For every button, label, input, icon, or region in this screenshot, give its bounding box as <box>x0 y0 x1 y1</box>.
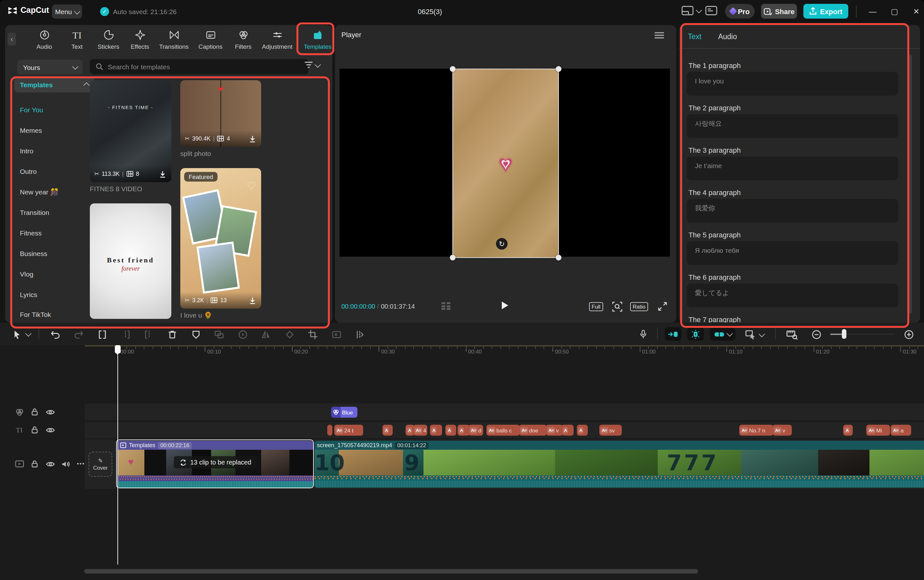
rotate-handle-icon[interactable]: ↻ <box>496 238 507 250</box>
eye-icon[interactable] <box>45 459 55 469</box>
fullscreen-icon[interactable] <box>658 302 667 311</box>
template-card-3[interactable]: ♡Featured✂3.2K|13 <box>180 168 261 309</box>
timeline-scrollbar[interactable] <box>84 569 698 573</box>
lock-icon[interactable] <box>30 425 40 435</box>
full-button[interactable]: Full <box>589 302 603 311</box>
share-button[interactable]: Share <box>761 4 797 19</box>
lock-icon[interactable] <box>30 459 40 469</box>
highlight-toggle[interactable] <box>687 327 704 341</box>
sidebar-item-fitness[interactable]: Fitness <box>14 225 89 241</box>
overlap-icon[interactable] <box>213 328 226 341</box>
text-clip[interactable]: A <box>577 425 588 436</box>
tab-audio[interactable]: Audio <box>718 33 737 40</box>
sidebar-item-vlog[interactable]: Vlog <box>14 266 89 282</box>
text-clip[interactable]: A <box>382 425 393 436</box>
text-clip[interactable]: A≡Mi <box>866 425 890 436</box>
download-icon[interactable] <box>248 296 257 305</box>
mirror-icon[interactable] <box>260 328 272 341</box>
text-clip[interactable]: A <box>458 425 470 436</box>
tool-templates[interactable]: Templates <box>301 28 333 50</box>
sidebar-item-templates[interactable]: Templates <box>14 77 94 92</box>
clip-track-icon[interactable] <box>14 459 25 469</box>
layout-select-button[interactable] <box>682 6 701 15</box>
notes-panel-button[interactable] <box>705 6 717 15</box>
zoom-in-icon[interactable] <box>902 328 915 341</box>
sidebar-item-business[interactable]: Business <box>14 246 89 261</box>
delete-icon[interactable] <box>166 328 179 341</box>
sidebar-item-transition[interactable]: Transition <box>14 205 89 220</box>
paragraph-input-5[interactable]: Я люблю тебя <box>687 241 898 265</box>
collapse-panel-button[interactable]: ‹ <box>8 33 16 46</box>
rotate-icon[interactable] <box>283 328 296 341</box>
split-left-icon[interactable] <box>119 328 132 341</box>
text-clip[interactable]: A≡sv <box>600 425 622 436</box>
caption-delete-icon[interactable] <box>330 328 343 341</box>
text-clip[interactable]: A≡v <box>772 425 792 436</box>
preview-media[interactable]: ♥♥♥ <box>452 69 559 258</box>
download-icon[interactable] <box>248 134 257 143</box>
paragraph-input-2[interactable]: 사랑해요 <box>687 114 898 138</box>
rings-icon[interactable] <box>14 407 25 417</box>
tool-effects[interactable]: Effects <box>124 28 156 50</box>
text-clip[interactable]: A <box>843 425 853 436</box>
player-menu-icon[interactable] <box>654 32 664 40</box>
microphone-icon[interactable] <box>637 328 649 341</box>
link-toggle[interactable] <box>710 327 735 341</box>
tool-audio[interactable]: Audio <box>28 28 60 50</box>
selection-handle[interactable] <box>450 255 456 260</box>
sidebar-item-memes[interactable]: Memes <box>14 122 89 138</box>
text-clip[interactable]: A≡doe <box>519 425 547 436</box>
zoom-out-icon[interactable] <box>810 328 823 341</box>
split-icon[interactable] <box>96 328 109 341</box>
zoom-slider[interactable] <box>830 334 894 335</box>
split-right-icon[interactable] <box>142 328 155 341</box>
crop-icon[interactable] <box>306 328 319 341</box>
selection-handle[interactable] <box>450 66 456 72</box>
play-button[interactable] <box>502 302 508 309</box>
template-card-1[interactable]: - FITNES TIME -✂113.3K|8 <box>90 80 171 182</box>
templates-clip[interactable]: Templates 00:00:22:16 ♥ 13 clip to be re… <box>117 441 313 488</box>
text-clip[interactable]: A <box>430 425 442 436</box>
ratio-button[interactable]: Ratio <box>630 302 648 311</box>
eye-icon[interactable] <box>45 425 55 435</box>
paragraph-input-3[interactable]: Je t’aime <box>687 157 898 180</box>
speaker-icon[interactable] <box>60 459 71 469</box>
playhead-handle[interactable] <box>115 345 121 354</box>
sidebar-item-lyrics[interactable]: Lyrics <box>14 287 89 302</box>
undo-icon[interactable] <box>49 328 62 341</box>
speed-icon[interactable] <box>236 328 249 341</box>
sidebar-item-for-you[interactable]: For You <box>14 102 89 117</box>
eye-icon[interactable] <box>45 407 55 417</box>
cover-button[interactable]: ✎ Cover <box>89 451 112 477</box>
scrollbar[interactable] <box>909 54 912 314</box>
text-clip[interactable]: A≡24 t <box>334 425 363 436</box>
tool-filters[interactable]: Filters <box>227 28 259 50</box>
selection-handle[interactable] <box>556 66 562 72</box>
text-clip[interactable]: A≡balls c <box>486 425 520 436</box>
redo-icon[interactable] <box>72 328 85 341</box>
tab-text[interactable]: Text <box>688 33 701 40</box>
tool-stickers[interactable]: Stickers <box>92 28 125 50</box>
export-button[interactable]: Export <box>803 4 848 19</box>
text-clip[interactable]: A <box>445 425 456 436</box>
paragraph-input-4[interactable]: 我爱你 <box>687 199 898 222</box>
sidebar-item-outro[interactable]: Outro <box>14 164 89 179</box>
more-icon[interactable]: ••• <box>76 459 86 469</box>
template-card-4[interactable]: Best friendforever <box>90 203 171 319</box>
search-input[interactable]: Search for templates <box>90 59 309 74</box>
ruler-zoom-icon[interactable] <box>786 328 798 341</box>
maximize-button[interactable]: ▢ <box>887 4 902 19</box>
text-clip[interactable]: A <box>562 425 574 436</box>
cursor-icon[interactable] <box>10 328 23 341</box>
pro-button[interactable]: Pro <box>725 4 754 19</box>
text-clip[interactable]: A≡v <box>546 425 563 436</box>
paragraph-input-6[interactable]: 愛してるよ <box>687 283 898 307</box>
preview-canvas[interactable]: ♥♥♥ <box>339 69 670 257</box>
menu-button[interactable]: Menu <box>52 5 82 19</box>
template-card-2[interactable]: ❤✂390.4K|4 <box>180 80 261 147</box>
sidebar-item-intro[interactable]: Intro <box>14 143 89 158</box>
text-track-icon[interactable]: TI <box>14 425 25 435</box>
sidebar-item-for-tiktok[interactable]: For TikTok <box>14 306 89 322</box>
filter-button[interactable] <box>304 61 320 69</box>
text-clip[interactable]: A≡4 <box>413 425 427 436</box>
